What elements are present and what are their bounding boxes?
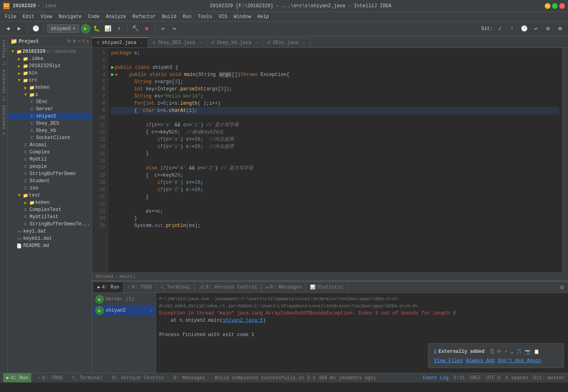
vcs-status-btn[interactable]: 9: Version Control [109, 373, 167, 382]
vcs-branch[interactable]: Git: master [533, 375, 565, 381]
menu-vcs[interactable]: VCS [216, 13, 231, 20]
tree-Skey_DES[interactable]: C Skey_DES [8, 120, 92, 127]
menu-help[interactable]: Help [254, 13, 272, 20]
dont-ask-btn[interactable]: Don't Ask Again [498, 358, 541, 364]
forward-button[interactable]: ► [14, 24, 24, 34]
menu-view[interactable]: View [38, 13, 56, 20]
code-content[interactable]: package s; ▶ public class shiyan2 { ▶ ● … [108, 48, 562, 272]
run-config-selector[interactable]: shiyan2 ▾ [47, 24, 79, 33]
tree-SEnc[interactable]: C SEnc [8, 98, 92, 105]
profile-button[interactable]: ⚡ [114, 24, 124, 34]
bottom-tab-terminal[interactable]: >_ Terminal [156, 282, 195, 293]
Skey_kb-tab-close[interactable]: ✕ [255, 40, 258, 45]
bottom-tab-run[interactable]: ▶ 4: Run [94, 282, 124, 293]
tree-keben2[interactable]: ▶ 📁 keben [8, 199, 92, 206]
tree-Server[interactable]: C Server [8, 105, 92, 113]
tree-people[interactable]: C people [8, 163, 92, 170]
tab-Skey_kb[interactable]: C Skey_kb.java ✕ [207, 37, 263, 48]
git-settings-button[interactable]: ⚙ [543, 24, 553, 34]
tab-Skey_DES[interactable]: C Skey_DES.java ✕ [148, 37, 207, 48]
line-ending[interactable]: CRLF [470, 375, 481, 381]
tree-s[interactable]: ▼ 📁 s [8, 91, 92, 98]
minimize-button[interactable] [545, 3, 550, 9]
tab-SEnc[interactable]: C SEnc.java ✕ [263, 37, 310, 48]
tree-keben[interactable]: ▶ 📁 keben [8, 84, 92, 91]
run-tab-close[interactable]: ✕ [150, 308, 152, 313]
close-button[interactable] [559, 3, 565, 9]
git-commit-button[interactable]: ↑ [507, 24, 517, 34]
menu-file[interactable]: File [2, 13, 20, 20]
indent-setting[interactable]: 4 spaces [505, 375, 528, 381]
tree-StringBufferDemoTest[interactable]: C StringBufferDemoTe... [8, 221, 92, 228]
menu-analyze[interactable]: Analyze [103, 13, 129, 20]
messages-status-btn[interactable]: 0: Messages [170, 373, 208, 382]
run-tab-server[interactable]: ▶ Server (1) [93, 294, 155, 305]
back-button[interactable]: ◄ [3, 24, 13, 34]
tree-ComplexTest[interactable]: C ComplexTest [8, 206, 92, 213]
run-button[interactable]: ▶ [81, 24, 90, 34]
git-revert-button[interactable]: ↩ [531, 24, 541, 34]
terminal-status-btn[interactable]: >_ Terminal [69, 373, 106, 382]
project-panel-label[interactable]: 1: Project [1, 38, 7, 67]
tree-root[interactable]: ▼ 📁 20182329 F:\20182329 [8, 48, 92, 55]
bottom-tab-vcs[interactable]: ⎇ 9: Version Control [195, 282, 262, 293]
tree-MyUtil[interactable]: C MyUtil [8, 156, 92, 163]
run-status-btn[interactable]: ▶ 4: Run [3, 373, 31, 382]
tree-shiyan2[interactable]: C shiyan2 [8, 113, 92, 120]
todo-status-btn[interactable]: ✓ 6: TODO [34, 373, 66, 382]
git-update-button[interactable]: ✓ [495, 24, 505, 34]
menu-tools[interactable]: Tools [195, 13, 216, 20]
tree-Student[interactable]: C Student [8, 177, 92, 185]
maximize-button[interactable] [552, 3, 558, 9]
menu-build[interactable]: Build [159, 13, 180, 20]
settings-icon[interactable]: ≡ [82, 38, 85, 44]
menu-window[interactable]: Window [230, 13, 254, 20]
bottom-panel-settings[interactable]: ⚙ [558, 283, 566, 291]
breadcrumb-main[interactable]: main() [120, 274, 136, 279]
structure-panel-label[interactable]: 2: Structure [1, 68, 7, 103]
stack-link[interactable]: shiyan2.java:5 [222, 318, 263, 323]
tree-README[interactable]: 📄 README.md [8, 242, 92, 249]
SEnc-tab-close[interactable]: ✕ [303, 40, 305, 45]
tree-MyUtilTest[interactable]: C MyUtilTest [8, 213, 92, 221]
tree-keykb1[interactable]: 🗝 keykb1.dat [8, 235, 92, 242]
redo-button[interactable]: ↪ [170, 24, 179, 34]
bottom-tab-messages[interactable]: ✉ 0: Messages [262, 282, 306, 293]
tree-Animal[interactable]: C Animal [8, 141, 92, 149]
tree-20182329lyz[interactable]: ▶ 📁 20182329lyz [8, 62, 92, 70]
tree-key1[interactable]: 🗝 key1.dat [8, 228, 92, 235]
build-button[interactable]: 🔨 [131, 24, 140, 34]
breadcrumb-shiyan2[interactable]: shiyan2 [95, 274, 114, 279]
sync-icon[interactable]: ⟳ [67, 38, 71, 44]
tree-bin[interactable]: ▶ 📁 bin [8, 70, 92, 77]
tree-Complex[interactable]: C Complex [8, 149, 92, 156]
always-add-btn[interactable]: Always Add [466, 358, 495, 364]
menu-refactor[interactable]: Refactor [129, 13, 159, 20]
undo-button[interactable]: ↩ [158, 24, 168, 34]
menu-navigate[interactable]: Navigate [55, 13, 85, 20]
view-files-btn[interactable]: View Files [434, 358, 463, 364]
bottom-tab-todo[interactable]: ✓ 6: TODO [124, 282, 156, 293]
tree-Skey_kb[interactable]: C Skey_kb [8, 127, 92, 134]
tree-zoo[interactable]: C zoo [8, 185, 92, 192]
tree-StringBufferDemo[interactable]: C StringBufferDemo [8, 170, 92, 177]
git-history-button[interactable]: 🕐 [519, 24, 529, 34]
close-panel-icon[interactable]: ✕ [86, 38, 89, 44]
gear-icon[interactable]: ⚙ [73, 38, 76, 44]
favorites-panel-label[interactable]: ★ Favorites [0, 103, 7, 138]
menu-edit[interactable]: Edit [20, 13, 38, 20]
event-log-btn[interactable]: Event Log [423, 375, 449, 381]
tree-test[interactable]: ▼ 📁 test [8, 192, 92, 199]
layout-button[interactable]: ⊞ [555, 24, 565, 34]
debug-button[interactable]: 🐛 [92, 24, 102, 34]
tree-src[interactable]: ▼ 📁 src [8, 77, 92, 84]
stop-button[interactable]: ■ [142, 24, 152, 34]
menu-code[interactable]: Code [85, 13, 103, 20]
bottom-tab-statistic[interactable]: 📊 Statistic [306, 282, 348, 293]
Skey_DES-tab-close[interactable]: ✕ [199, 40, 202, 45]
run-tab-shiyan2[interactable]: ▶ shiyan2 ✕ [93, 305, 155, 316]
menu-run[interactable]: Run [180, 13, 195, 20]
recent-files-button[interactable]: 🕐 [31, 24, 40, 34]
tab-shiyan2[interactable]: C shiyan2.java ✕ [92, 37, 148, 48]
tree-SocketClient[interactable]: C SocketClient [8, 134, 92, 141]
